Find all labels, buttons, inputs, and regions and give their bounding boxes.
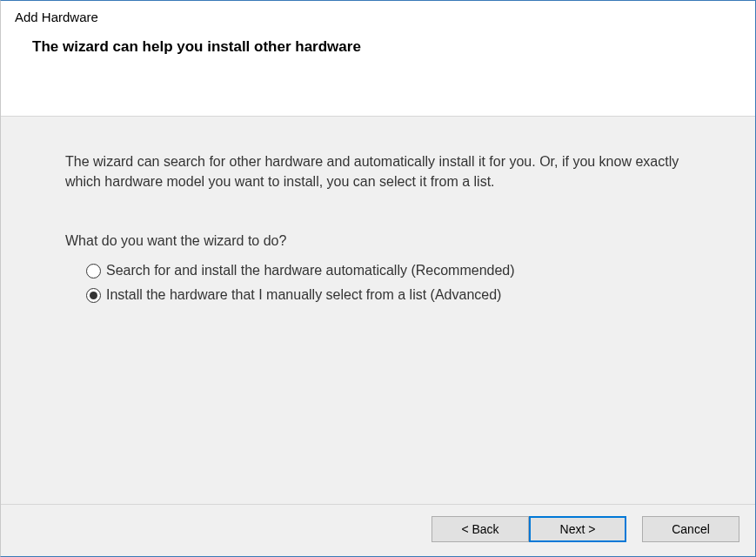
cancel-button[interactable]: Cancel (642, 516, 739, 542)
page-subtitle: The wizard can help you install other ha… (32, 38, 741, 56)
radio-option-automatic[interactable]: Search for and install the hardware auto… (86, 263, 691, 278)
description-text: The wizard can search for other hardware… (65, 151, 691, 191)
add-hardware-wizard: Add Hardware The wizard can help you ins… (0, 0, 756, 557)
back-button[interactable]: < Back (432, 516, 529, 542)
prompt-text: What do you want the wizard to do? (65, 233, 691, 249)
radio-icon (86, 288, 101, 303)
nav-button-group: < Back Next > (432, 516, 626, 542)
wizard-header: Add Hardware The wizard can help you ins… (1, 1, 755, 117)
wizard-footer: < Back Next > Cancel (1, 504, 755, 556)
window-title: Add Hardware (15, 10, 741, 24)
radio-option-manual[interactable]: Install the hardware that I manually sel… (86, 287, 691, 303)
install-method-radio-group: Search for and install the hardware auto… (86, 263, 691, 303)
radio-label: Search for and install the hardware auto… (106, 263, 515, 278)
radio-label: Install the hardware that I manually sel… (106, 287, 501, 303)
radio-icon (86, 264, 101, 278)
wizard-content: The wizard can search for other hardware… (1, 117, 755, 504)
next-button[interactable]: Next > (529, 516, 626, 542)
radio-selected-dot-icon (90, 292, 97, 299)
